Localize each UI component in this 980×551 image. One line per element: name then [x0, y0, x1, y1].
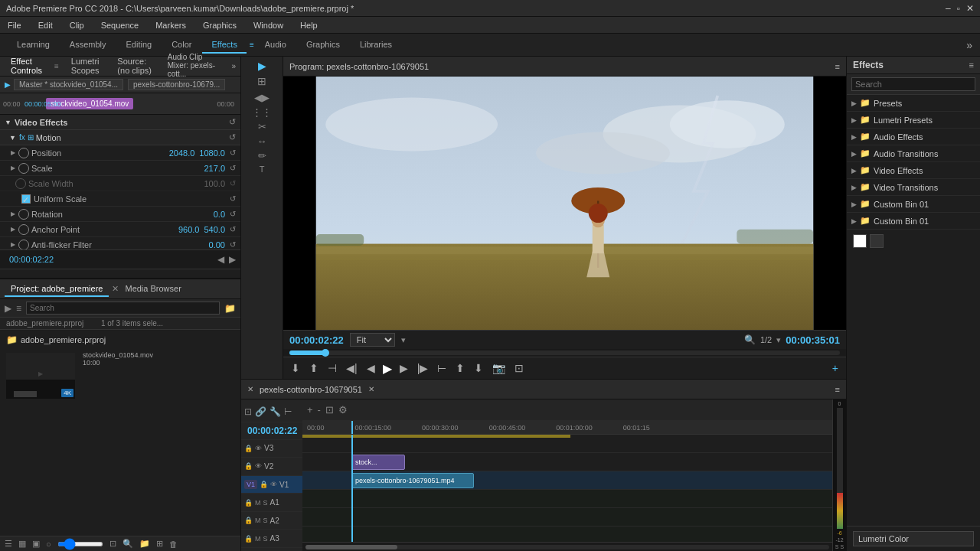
timeline-horizontal-scrollbar[interactable]: [302, 542, 832, 551]
v1-lock-icon[interactable]: 🔒: [260, 481, 268, 488]
monitor-progress-track[interactable]: [289, 350, 840, 355]
a3-lock-icon[interactable]: 🔒: [244, 535, 253, 543]
project-tab-close[interactable]: ✕: [112, 284, 119, 294]
effect-controls-scrollbar[interactable]: [0, 269, 240, 278]
proj-list-icon[interactable]: ☰: [5, 539, 12, 549]
current-clip-selector[interactable]: pexels-cottonbro-10679...: [128, 79, 225, 90]
category-custom-bin-02[interactable]: ▶ 📁 Custom Bin 01: [847, 213, 980, 230]
anchor-y[interactable]: 540.0: [204, 225, 225, 234]
list-view-icon[interactable]: ≡: [16, 303, 21, 314]
tl-zoom-out[interactable]: -: [318, 404, 321, 416]
effects-panel-menu[interactable]: ≡: [969, 60, 974, 70]
tl-magnet-btn[interactable]: 🔧: [270, 406, 281, 417]
menu-sequence[interactable]: Sequence: [98, 19, 142, 31]
frame-forward-btn[interactable]: ▶: [398, 360, 410, 376]
play-btn[interactable]: ▶: [383, 361, 392, 376]
v2-lock-icon[interactable]: 🔒: [244, 462, 253, 470]
effects-search-input[interactable]: [851, 77, 975, 91]
lift-btn[interactable]: ⬆: [454, 360, 466, 376]
uniform-scale-reset[interactable]: ↺: [230, 194, 236, 203]
fit-dropdown[interactable]: Fit 25% 50% 75% 100%: [350, 333, 395, 347]
v1-track-btn[interactable]: V1: [244, 480, 257, 489]
ripple-edit-tool[interactable]: ⋮⋮: [252, 106, 272, 118]
step-forward-btn[interactable]: |▶: [416, 360, 430, 376]
monitor-menu-icon[interactable]: ≡: [835, 62, 840, 71]
new-bin-icon[interactable]: ▶: [5, 303, 11, 314]
position-x[interactable]: 2048.0: [169, 148, 195, 158]
ec-prev-btn[interactable]: ◀: [217, 254, 224, 265]
tab-lumetri-scopes[interactable]: Lumetri Scopes: [65, 54, 109, 79]
play-icon[interactable]: ▶: [5, 80, 11, 89]
tl-linked-btn[interactable]: 🔗: [255, 406, 266, 417]
tl-settings[interactable]: ⚙: [338, 404, 348, 416]
monitor-current-time[interactable]: 00:00:02:22: [289, 334, 344, 346]
anchor-toggle[interactable]: [18, 224, 29, 235]
proj-icon-view[interactable]: ▣: [32, 539, 40, 549]
razor-tool[interactable]: ✂: [258, 121, 266, 132]
marker-out-btn[interactable]: ⬆: [308, 360, 320, 376]
step-back-btn[interactable]: ◀|: [345, 360, 359, 376]
tl-nest-btn[interactable]: ⊡: [244, 406, 252, 417]
v3-eye-icon[interactable]: 👁: [255, 445, 262, 452]
rotation-value[interactable]: 0.0: [214, 210, 225, 219]
tab-assembly[interactable]: Assembly: [60, 37, 116, 54]
a2-lock-icon[interactable]: 🔒: [244, 517, 253, 524]
tab-editing[interactable]: Editing: [117, 37, 162, 54]
v2-eye-icon[interactable]: 👁: [255, 462, 262, 470]
anti-flicker-toggle[interactable]: [18, 240, 29, 250]
proj-find[interactable]: 🔍: [122, 539, 133, 549]
tl-markers-btn[interactable]: ⊢: [284, 406, 292, 417]
tab-effect-controls[interactable]: Effect Controls: [5, 54, 48, 79]
timeline-tab-close[interactable]: ✕: [368, 385, 374, 393]
menu-window[interactable]: Window: [250, 19, 286, 31]
ec-next-btn[interactable]: ▶: [229, 254, 236, 265]
frame-back-btn[interactable]: ◀: [365, 360, 377, 376]
zoom-icon[interactable]: 🔍: [744, 334, 756, 345]
proj-freeform[interactable]: ○: [46, 540, 51, 549]
panel-expand-icon[interactable]: »: [231, 62, 236, 70]
anti-flicker-value[interactable]: 0.00: [209, 240, 225, 249]
category-lumetri-presets[interactable]: ▶ 📁 Lumetri Presets: [847, 112, 980, 129]
v1-clip[interactable]: pexels-cottonbro-10679051.mp4: [351, 473, 474, 488]
lumetri-color-btn[interactable]: Lumetri Color: [853, 531, 974, 546]
export-frame-btn[interactable]: 📷: [491, 360, 507, 376]
hand-tool[interactable]: T: [260, 165, 265, 174]
category-audio-effects[interactable]: ▶ 📁 Audio Effects: [847, 129, 980, 145]
timeline-close-x[interactable]: ✕: [247, 385, 253, 393]
tab-graphics[interactable]: Graphics: [297, 37, 349, 54]
scale-value[interactable]: 217.0: [204, 164, 225, 173]
tab-libraries[interactable]: Libraries: [351, 37, 401, 54]
timeline-menu-icon[interactable]: ≡: [835, 385, 840, 394]
category-video-transitions[interactable]: ▶ 📁 Video Transitions: [847, 179, 980, 196]
slip-tool[interactable]: ↔: [257, 135, 267, 147]
proj-grid-icon[interactable]: ▦: [18, 539, 26, 549]
compare-btn[interactable]: ⊡: [513, 360, 525, 376]
scrollbar-track[interactable]: [305, 545, 829, 549]
menu-markers[interactable]: Markers: [152, 19, 189, 31]
category-custom-bin-01[interactable]: ▶ 📁 Custom Bin 01: [847, 196, 980, 213]
tab-learning[interactable]: Learning: [8, 37, 59, 54]
category-presets[interactable]: ▶ 📁 Presets: [847, 95, 980, 112]
anchor-x[interactable]: 960.0: [178, 225, 200, 234]
menu-graphics[interactable]: Graphics: [200, 19, 240, 31]
tab-source[interactable]: Source: (no clips): [111, 54, 158, 79]
master-clip-selector[interactable]: Master * stockvideo_01054...: [14, 79, 123, 90]
minimize-button[interactable]: –: [946, 3, 951, 14]
swatch-dark[interactable]: [870, 234, 884, 248]
project-bin-item[interactable]: 📁 adobe_premiere.prproj: [3, 333, 237, 347]
swatch-white[interactable]: [853, 234, 867, 248]
monitor-scrub-thumb[interactable]: [322, 349, 329, 357]
tools-more-icon[interactable]: ⊞: [257, 75, 266, 87]
close-button[interactable]: ✕: [966, 3, 974, 14]
workspace-more[interactable]: »: [966, 39, 972, 51]
proj-automate[interactable]: ⊡: [109, 539, 116, 549]
thumbnail-size-slider[interactable]: [57, 542, 103, 546]
rotation-toggle[interactable]: [18, 209, 29, 220]
position-reset[interactable]: ↺: [230, 148, 236, 157]
a3-solo[interactable]: S: [263, 535, 268, 543]
extract-btn[interactable]: ⬇: [472, 360, 485, 376]
menu-edit[interactable]: Edit: [35, 19, 56, 31]
v1-eye-icon[interactable]: 👁: [270, 481, 277, 488]
a1-eye-icon[interactable]: M: [255, 499, 261, 507]
tab-media-browser[interactable]: Media Browser: [119, 282, 187, 297]
